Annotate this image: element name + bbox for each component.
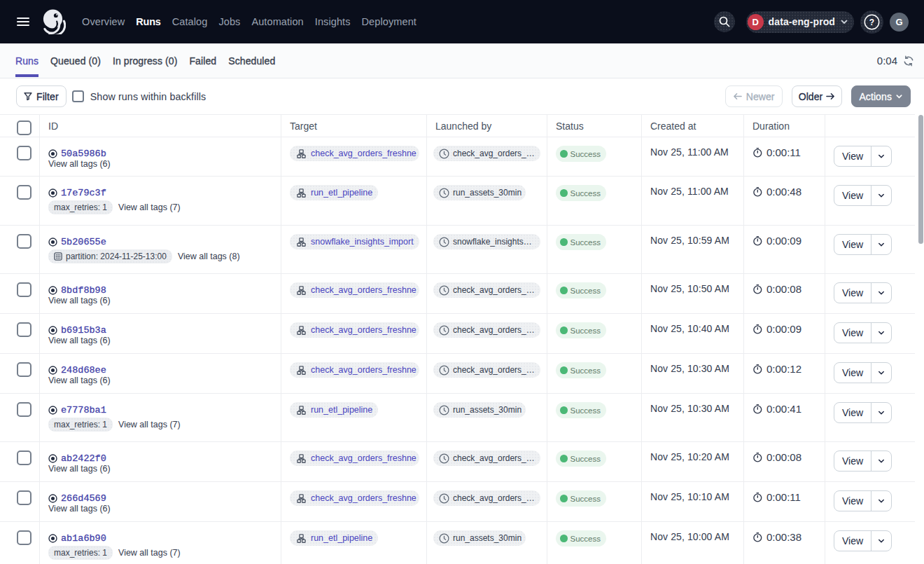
svg-text:?: ? <box>869 17 874 27</box>
